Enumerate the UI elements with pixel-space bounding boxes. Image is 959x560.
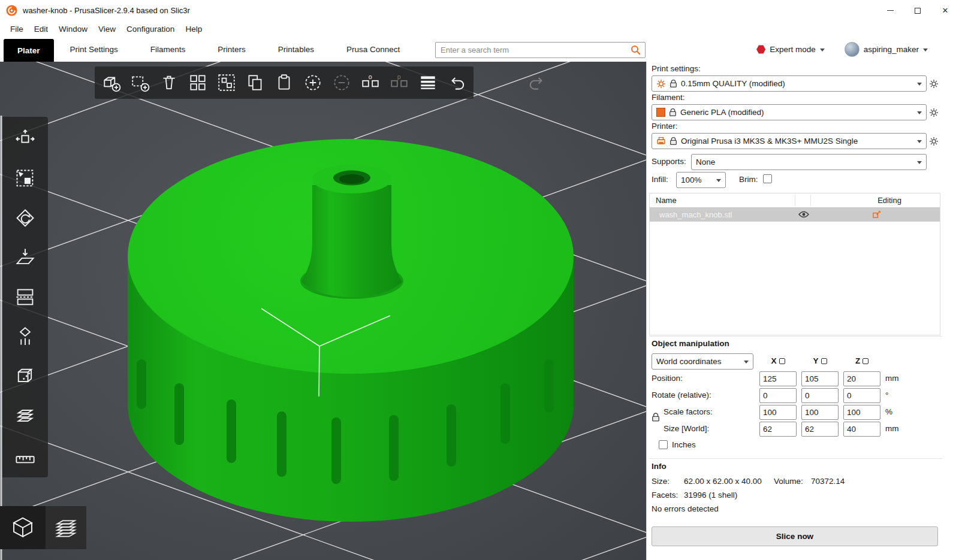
filament-combo[interactable]: Generic PLA (modified) [652, 104, 927, 120]
undo-button[interactable] [442, 68, 471, 97]
position-z-input[interactable] [843, 371, 880, 386]
size-y-input[interactable] [801, 422, 839, 437]
user-chevron-down-icon[interactable] [923, 49, 928, 52]
user-menu[interactable]: aspiring_maker [845, 42, 928, 57]
menu-view[interactable]: View [93, 21, 121, 37]
rotate-label: Rotate (relative): [652, 391, 711, 399]
scale-z-input[interactable] [843, 405, 880, 420]
gear-icon [929, 79, 939, 89]
printer-edit-button[interactable] [928, 136, 939, 147]
variable-layer-height-button[interactable] [414, 68, 442, 97]
filament-value: Generic PLA (modified) [680, 108, 913, 117]
coordinate-system-combo[interactable]: World coordinates [652, 353, 753, 370]
search-input[interactable] [436, 46, 631, 55]
printer-icon [656, 137, 666, 146]
tab-printers[interactable]: Printers [201, 37, 262, 62]
place-on-face-tool-button[interactable] [11, 244, 39, 271]
3d-editor-view-button[interactable] [0, 506, 46, 549]
supports-label: Supports: [652, 157, 686, 166]
user-avatar[interactable] [845, 42, 860, 57]
cut-icon [16, 290, 34, 305]
menu-edit[interactable]: Edit [29, 21, 53, 37]
tab-filaments[interactable]: Filaments [134, 37, 202, 62]
edit-object-icon[interactable] [872, 210, 881, 219]
supports-combo[interactable]: None [691, 154, 927, 170]
supports-value: None [696, 158, 913, 167]
menu-configuration[interactable]: Configuration [121, 21, 180, 37]
copy-icon [249, 75, 261, 89]
tab-prusa-connect[interactable]: Prusa Connect [330, 37, 416, 62]
coordinate-chevron-icon [744, 361, 749, 364]
column-header-name: Name [656, 196, 677, 205]
manipulation-toolbar [2, 117, 48, 477]
maximize-button[interactable] [904, 0, 931, 21]
copy-button[interactable] [241, 68, 270, 97]
add-object-button[interactable] [97, 68, 126, 97]
size-z-input[interactable] [843, 422, 880, 437]
paint-supports-tool-button[interactable] [11, 323, 39, 350]
add-instance-button[interactable] [298, 68, 327, 97]
arrange-button[interactable] [183, 68, 212, 97]
position-x-input[interactable] [759, 371, 797, 386]
arrange-selection-button[interactable] [212, 68, 241, 97]
object-row-selected[interactable]: wash_mach_knob.stl [650, 208, 940, 222]
cut-tool-button[interactable] [11, 283, 39, 311]
slice-now-button[interactable]: Slice now [652, 526, 938, 546]
filament-chevron-icon [917, 111, 922, 114]
paste-button[interactable] [270, 68, 298, 97]
print-settings-combo[interactable]: 0.15mm QUALITY (modified) [652, 75, 927, 92]
menu-bar: File Edit Window View Configuration Help [0, 21, 959, 37]
close-button[interactable]: ✕ [931, 0, 959, 21]
scale-x-input[interactable] [759, 405, 797, 420]
menu-help[interactable]: Help [180, 21, 207, 37]
printer-label: Printer: [652, 122, 678, 131]
add-shape-icon [132, 77, 149, 91]
search-icon[interactable] [631, 45, 641, 55]
filament-edit-button[interactable] [928, 107, 939, 118]
printer-combo[interactable]: Original Prusa i3 MK3S & MK3S+ MMU2S Sin… [652, 133, 927, 149]
mode-chevron-down-icon[interactable] [820, 49, 825, 52]
gear-icon [929, 137, 939, 146]
delete-button[interactable] [155, 68, 183, 97]
3d-viewport[interactable]: o p [0, 62, 646, 560]
paste-icon [279, 75, 289, 89]
rotate-tool-button[interactable] [11, 204, 39, 232]
size-x-input[interactable] [759, 422, 797, 437]
measure-icon [16, 456, 34, 462]
menu-window[interactable]: Window [53, 21, 93, 37]
tab-print-settings[interactable]: Print Settings [54, 37, 134, 62]
position-label: Position: [652, 374, 683, 383]
split-to-parts-icon: p [391, 73, 407, 87]
filament-label: Filament: [652, 93, 685, 102]
menu-file[interactable]: File [5, 21, 29, 37]
multimaterial-painting-tool-button[interactable] [11, 402, 39, 429]
seam-tool-button[interactable] [11, 362, 39, 390]
uniform-scale-lock-icon[interactable] [652, 412, 660, 422]
rotate-x-input[interactable] [759, 388, 797, 403]
right-panel: Print settings: 0.15mm QUALITY (modified… [646, 62, 959, 560]
visibility-eye-icon[interactable] [798, 211, 809, 218]
tab-plater[interactable]: Plater [4, 39, 54, 62]
inches-checkbox[interactable] [659, 440, 668, 449]
3d-model-knob[interactable] [128, 139, 574, 522]
measure-tool-button[interactable] [11, 441, 39, 469]
axis-header-x: X [759, 356, 797, 365]
split-to-objects-button[interactable]: o [356, 68, 385, 97]
rotate-z-input[interactable] [843, 388, 880, 403]
infill-combo[interactable]: 100% [676, 172, 726, 188]
mode-selector-label[interactable]: Expert mode [770, 45, 816, 54]
scale-y-input[interactable] [801, 405, 839, 420]
minimize-button[interactable] [876, 0, 904, 21]
sliced-preview-button[interactable] [46, 506, 86, 549]
tab-printables[interactable]: Printables [262, 37, 330, 62]
rotate-icon [17, 210, 34, 226]
split-to-objects-icon: o [363, 73, 378, 87]
scale-tool-button[interactable] [11, 165, 39, 192]
rotate-y-input[interactable] [801, 388, 839, 403]
add-shape-button[interactable] [126, 68, 155, 97]
print-settings-edit-button[interactable] [928, 78, 939, 89]
move-tool-button[interactable] [11, 125, 39, 153]
position-y-input[interactable] [801, 371, 839, 386]
undo-icon [453, 78, 464, 89]
brim-checkbox[interactable] [763, 174, 772, 183]
